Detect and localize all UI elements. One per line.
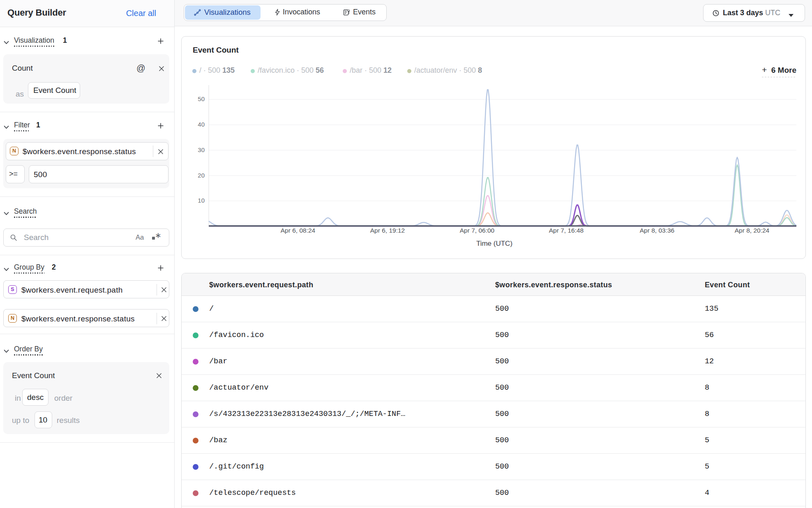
svg-text:Apr 6, 08:24: Apr 6, 08:24	[281, 227, 316, 234]
svg-text:50: 50	[198, 95, 205, 102]
svg-text:Apr 8, 20:24: Apr 8, 20:24	[735, 227, 770, 234]
svg-text:Apr 7, 16:48: Apr 7, 16:48	[549, 227, 584, 234]
svg-text:Apr 6, 19:12: Apr 6, 19:12	[370, 227, 405, 234]
svg-text:30: 30	[198, 146, 205, 153]
svg-text:40: 40	[198, 121, 205, 128]
svg-text:Time (UTC): Time (UTC)	[476, 240, 512, 247]
svg-text:Apr 7, 06:00: Apr 7, 06:00	[460, 227, 495, 234]
svg-text:20: 20	[198, 172, 205, 179]
svg-text:10: 10	[198, 197, 205, 204]
svg-text:Apr 8, 03:36: Apr 8, 03:36	[640, 227, 674, 234]
